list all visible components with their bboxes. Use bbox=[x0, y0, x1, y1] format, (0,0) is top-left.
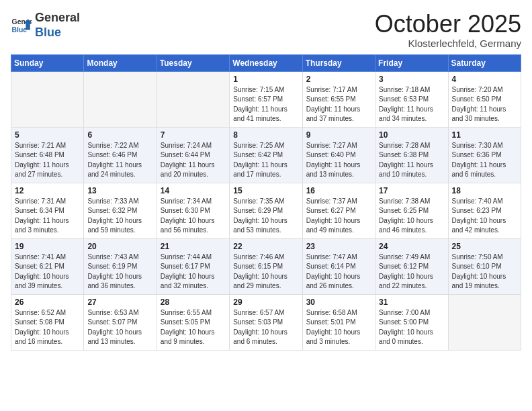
day-number: 13 bbox=[87, 186, 152, 195]
day-of-week-header: Sunday bbox=[11, 54, 84, 71]
day-number: 21 bbox=[161, 242, 226, 251]
day-number: 23 bbox=[306, 242, 371, 251]
calendar-cell: 23Sunrise: 7:47 AM Sunset: 6:14 PM Dayli… bbox=[302, 238, 375, 294]
calendar-table: SundayMondayTuesdayWednesdayThursdayFrid… bbox=[11, 54, 521, 351]
day-info: Sunrise: 7:18 AM Sunset: 6:53 PM Dayligh… bbox=[379, 85, 444, 124]
calendar-cell: 14Sunrise: 7:34 AM Sunset: 6:30 PM Dayli… bbox=[157, 183, 229, 238]
day-number: 4 bbox=[452, 75, 517, 84]
day-number: 16 bbox=[306, 186, 371, 195]
day-number: 30 bbox=[306, 298, 371, 307]
day-of-week-header: Saturday bbox=[448, 54, 521, 71]
day-info: Sunrise: 7:41 AM Sunset: 6:21 PM Dayligh… bbox=[15, 253, 80, 291]
day-info: Sunrise: 7:38 AM Sunset: 6:25 PM Dayligh… bbox=[379, 197, 444, 236]
day-number: 24 bbox=[379, 242, 444, 251]
calendar-cell bbox=[157, 71, 229, 127]
day-number: 2 bbox=[306, 75, 371, 84]
day-of-week-header: Tuesday bbox=[157, 54, 229, 71]
day-info: Sunrise: 7:30 AM Sunset: 6:36 PM Dayligh… bbox=[452, 141, 517, 180]
day-info: Sunrise: 7:25 AM Sunset: 6:42 PM Dayligh… bbox=[233, 141, 298, 180]
day-number: 14 bbox=[161, 186, 226, 195]
day-info: Sunrise: 7:28 AM Sunset: 6:38 PM Dayligh… bbox=[379, 141, 444, 180]
day-info: Sunrise: 7:40 AM Sunset: 6:23 PM Dayligh… bbox=[452, 197, 517, 236]
calendar-week-row: 26Sunrise: 6:52 AM Sunset: 5:08 PM Dayli… bbox=[11, 294, 521, 350]
calendar-cell: 9Sunrise: 7:27 AM Sunset: 6:40 PM Daylig… bbox=[302, 127, 375, 183]
day-number: 12 bbox=[15, 186, 80, 195]
calendar-cell: 12Sunrise: 7:31 AM Sunset: 6:34 PM Dayli… bbox=[11, 183, 84, 238]
day-info: Sunrise: 7:44 AM Sunset: 6:17 PM Dayligh… bbox=[161, 253, 226, 291]
calendar-cell: 6Sunrise: 7:22 AM Sunset: 6:46 PM Daylig… bbox=[84, 127, 157, 183]
day-info: Sunrise: 7:46 AM Sunset: 6:15 PM Dayligh… bbox=[233, 253, 298, 291]
day-of-week-header: Thursday bbox=[302, 54, 375, 71]
day-info: Sunrise: 7:34 AM Sunset: 6:30 PM Dayligh… bbox=[161, 197, 226, 236]
day-number: 19 bbox=[15, 242, 80, 251]
day-info: Sunrise: 7:22 AM Sunset: 6:46 PM Dayligh… bbox=[87, 141, 152, 180]
calendar-cell: 26Sunrise: 6:52 AM Sunset: 5:08 PM Dayli… bbox=[11, 294, 84, 350]
day-number: 20 bbox=[87, 242, 152, 251]
calendar-cell: 15Sunrise: 7:35 AM Sunset: 6:29 PM Dayli… bbox=[230, 183, 302, 238]
day-of-week-header: Monday bbox=[84, 54, 157, 71]
day-number: 7 bbox=[161, 130, 226, 140]
calendar-cell: 1Sunrise: 7:15 AM Sunset: 6:57 PM Daylig… bbox=[230, 71, 302, 127]
calendar-cell: 21Sunrise: 7:44 AM Sunset: 6:17 PM Dayli… bbox=[157, 238, 229, 294]
location-title: Klosterlechfeld, Germany bbox=[375, 38, 521, 49]
day-number: 17 bbox=[379, 186, 444, 195]
day-number: 28 bbox=[161, 298, 226, 307]
day-info: Sunrise: 6:53 AM Sunset: 5:07 PM Dayligh… bbox=[87, 308, 152, 347]
logo-icon: General Blue bbox=[11, 15, 32, 36]
calendar-week-row: 19Sunrise: 7:41 AM Sunset: 6:21 PM Dayli… bbox=[11, 238, 521, 294]
day-number: 22 bbox=[233, 242, 298, 251]
day-info: Sunrise: 7:50 AM Sunset: 6:10 PM Dayligh… bbox=[452, 253, 517, 291]
calendar-cell: 8Sunrise: 7:25 AM Sunset: 6:42 PM Daylig… bbox=[230, 127, 302, 183]
calendar-cell: 17Sunrise: 7:38 AM Sunset: 6:25 PM Dayli… bbox=[375, 183, 448, 238]
day-info: Sunrise: 7:15 AM Sunset: 6:57 PM Dayligh… bbox=[233, 85, 298, 124]
calendar-cell bbox=[448, 294, 521, 350]
day-info: Sunrise: 7:21 AM Sunset: 6:48 PM Dayligh… bbox=[15, 141, 80, 180]
calendar-week-row: 12Sunrise: 7:31 AM Sunset: 6:34 PM Dayli… bbox=[11, 183, 521, 238]
title-block: October 2025 Klosterlechfeld, Germany bbox=[375, 11, 521, 49]
logo-blue-text: Blue bbox=[35, 26, 61, 39]
calendar-cell bbox=[84, 71, 157, 127]
calendar-cell: 29Sunrise: 6:57 AM Sunset: 5:03 PM Dayli… bbox=[230, 294, 302, 350]
day-of-week-header: Friday bbox=[375, 54, 448, 71]
day-info: Sunrise: 7:35 AM Sunset: 6:29 PM Dayligh… bbox=[233, 197, 298, 236]
day-info: Sunrise: 7:27 AM Sunset: 6:40 PM Dayligh… bbox=[306, 141, 371, 180]
calendar-cell: 28Sunrise: 6:55 AM Sunset: 5:05 PM Dayli… bbox=[157, 294, 229, 350]
day-number: 25 bbox=[452, 242, 517, 251]
calendar-week-row: 1Sunrise: 7:15 AM Sunset: 6:57 PM Daylig… bbox=[11, 71, 521, 127]
calendar-header-row: SundayMondayTuesdayWednesdayThursdayFrid… bbox=[11, 54, 521, 71]
day-info: Sunrise: 7:24 AM Sunset: 6:44 PM Dayligh… bbox=[161, 141, 226, 180]
day-info: Sunrise: 7:20 AM Sunset: 6:50 PM Dayligh… bbox=[452, 85, 517, 124]
day-info: Sunrise: 7:37 AM Sunset: 6:27 PM Dayligh… bbox=[306, 197, 371, 236]
day-number: 8 bbox=[233, 130, 298, 140]
svg-text:Blue: Blue bbox=[12, 26, 28, 33]
day-number: 5 bbox=[15, 130, 80, 140]
calendar-cell: 24Sunrise: 7:49 AM Sunset: 6:12 PM Dayli… bbox=[375, 238, 448, 294]
day-number: 29 bbox=[233, 298, 298, 307]
day-info: Sunrise: 7:47 AM Sunset: 6:14 PM Dayligh… bbox=[306, 253, 371, 291]
day-info: Sunrise: 6:57 AM Sunset: 5:03 PM Dayligh… bbox=[233, 308, 298, 347]
calendar-cell: 11Sunrise: 7:30 AM Sunset: 6:36 PM Dayli… bbox=[448, 127, 521, 183]
calendar-cell: 13Sunrise: 7:33 AM Sunset: 6:32 PM Dayli… bbox=[84, 183, 157, 238]
day-number: 27 bbox=[87, 298, 152, 307]
calendar-cell: 7Sunrise: 7:24 AM Sunset: 6:44 PM Daylig… bbox=[157, 127, 229, 183]
calendar-cell: 18Sunrise: 7:40 AM Sunset: 6:23 PM Dayli… bbox=[448, 183, 521, 238]
day-number: 18 bbox=[452, 186, 517, 195]
calendar-cell: 3Sunrise: 7:18 AM Sunset: 6:53 PM Daylig… bbox=[375, 71, 448, 127]
day-info: Sunrise: 7:00 AM Sunset: 5:00 PM Dayligh… bbox=[379, 308, 444, 347]
day-number: 3 bbox=[379, 75, 444, 84]
day-info: Sunrise: 7:43 AM Sunset: 6:19 PM Dayligh… bbox=[87, 253, 152, 291]
day-number: 1 bbox=[233, 75, 298, 84]
day-number: 15 bbox=[233, 186, 298, 195]
calendar-cell: 16Sunrise: 7:37 AM Sunset: 6:27 PM Dayli… bbox=[302, 183, 375, 238]
logo-general-text: General bbox=[35, 11, 80, 24]
calendar-cell: 2Sunrise: 7:17 AM Sunset: 6:55 PM Daylig… bbox=[302, 71, 375, 127]
calendar-cell bbox=[11, 71, 84, 127]
page-header: General Blue General Blue October 2025 K… bbox=[11, 11, 521, 49]
calendar-cell: 27Sunrise: 6:53 AM Sunset: 5:07 PM Dayli… bbox=[84, 294, 157, 350]
day-number: 9 bbox=[306, 130, 371, 140]
calendar-cell: 25Sunrise: 7:50 AM Sunset: 6:10 PM Dayli… bbox=[448, 238, 521, 294]
day-info: Sunrise: 6:52 AM Sunset: 5:08 PM Dayligh… bbox=[15, 308, 80, 347]
calendar-cell: 10Sunrise: 7:28 AM Sunset: 6:38 PM Dayli… bbox=[375, 127, 448, 183]
calendar-cell: 31Sunrise: 7:00 AM Sunset: 5:00 PM Dayli… bbox=[375, 294, 448, 350]
calendar-week-row: 5Sunrise: 7:21 AM Sunset: 6:48 PM Daylig… bbox=[11, 127, 521, 183]
